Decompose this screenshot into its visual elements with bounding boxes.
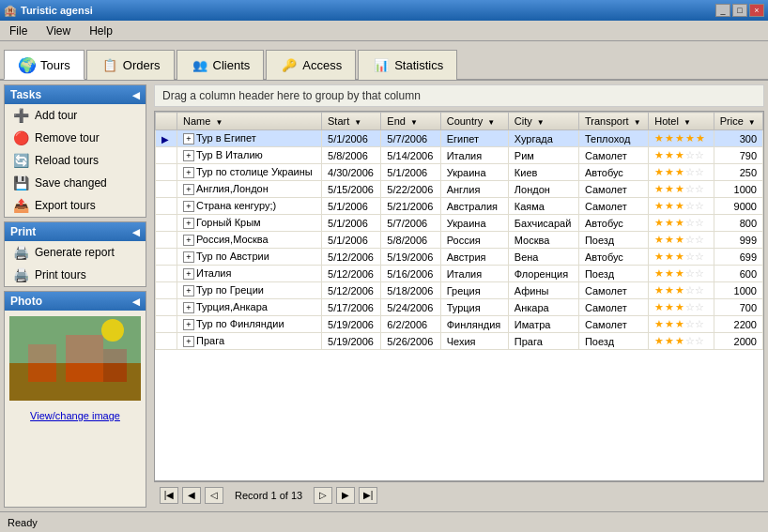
- table-row[interactable]: ▶ +Тур в Египет 5/1/2006 5/7/2006 Египет…: [156, 130, 763, 147]
- print-tours-item[interactable]: 🖨️ Print tours: [5, 264, 146, 286]
- row-expand-button[interactable]: +: [183, 184, 194, 195]
- row-name-cell: +Турция,Анкара: [177, 299, 322, 316]
- table-row[interactable]: +Тур по Финляндии 5/19/2006 6/2/2006 Фин…: [156, 316, 763, 333]
- table-row[interactable]: +Англия,Лондон 5/15/2006 5/22/2006 Англи…: [156, 181, 763, 198]
- row-name-cell: +Горный Крым: [177, 215, 322, 232]
- stars-empty: ☆☆: [685, 301, 704, 312]
- row-expand-button[interactable]: +: [183, 235, 194, 246]
- row-city-cell: Прага: [508, 333, 578, 350]
- row-expand-button[interactable]: +: [183, 201, 194, 212]
- view-change-image-link[interactable]: View/change image: [5, 406, 146, 425]
- row-expand-button[interactable]: +: [183, 336, 194, 347]
- col-start[interactable]: Start ▼: [322, 113, 381, 130]
- row-start-cell: 5/12/2006: [322, 282, 381, 299]
- close-button[interactable]: ×: [749, 4, 764, 17]
- row-end-cell: 5/24/2006: [381, 299, 440, 316]
- col-price[interactable]: Price ▼: [714, 113, 762, 130]
- row-expand-button[interactable]: +: [183, 133, 194, 144]
- nav-next2-button[interactable]: ▷: [314, 487, 332, 504]
- row-indicator-cell: ▶: [156, 130, 177, 147]
- add-tour-item[interactable]: ➕ Add tour: [5, 104, 146, 127]
- row-transport-cell: Самолет: [578, 181, 648, 198]
- generate-report-item[interactable]: 🖨️ Generate report: [5, 241, 146, 264]
- row-city-cell: Флоренция: [508, 266, 578, 282]
- data-table-container[interactable]: Name ▼ Start ▼ End ▼ Country: [154, 111, 764, 481]
- remove-tour-icon: 🔴: [12, 129, 29, 146]
- table-row[interactable]: +Тур по столице Украины 4/30/2006 5/1/20…: [156, 164, 763, 181]
- row-start-cell: 5/19/2006: [322, 316, 381, 333]
- nav-last-button[interactable]: ▶|: [359, 487, 377, 504]
- minimize-button[interactable]: _: [715, 4, 730, 17]
- export-tours-item[interactable]: 📤 Export tours: [5, 194, 146, 217]
- status-bar: Ready: [0, 511, 768, 532]
- table-row[interactable]: +Прага 5/19/2006 5/26/2006 Чехия Прага П…: [156, 333, 763, 350]
- tasks-header: Tasks ◀: [5, 85, 146, 104]
- window-controls[interactable]: _ □ ×: [715, 4, 764, 17]
- tab-clients[interactable]: 👥 Clients: [177, 50, 265, 80]
- reload-tours-item[interactable]: 🔄 Reload tours: [5, 149, 146, 172]
- row-expand-button[interactable]: +: [183, 167, 194, 178]
- save-changed-item[interactable]: 💾 Save changed: [5, 172, 146, 194]
- row-price-cell: 250: [714, 164, 762, 181]
- row-indicator-cell: [156, 164, 177, 181]
- table-row[interactable]: +Италия 5/12/2006 5/16/2006 Италия Флоре…: [156, 266, 763, 282]
- col-transport[interactable]: Transport ▼: [578, 113, 648, 130]
- row-hotel-cell: ★★★☆☆: [649, 181, 714, 198]
- photo-header: Photo ◀: [5, 292, 146, 311]
- tab-tours-label: Tours: [40, 58, 70, 72]
- row-country-cell: Финляндия: [440, 316, 508, 333]
- table-row[interactable]: +Тур В Италию 5/8/2006 5/14/2006 Италия …: [156, 147, 763, 164]
- row-country-cell: Италия: [440, 147, 508, 164]
- col-city[interactable]: City ▼: [508, 113, 578, 130]
- row-expand-button[interactable]: +: [183, 319, 194, 330]
- row-country-cell: Австралия: [440, 198, 508, 215]
- row-expand-button[interactable]: +: [183, 150, 194, 161]
- row-expand-button[interactable]: +: [183, 302, 194, 313]
- nav-prev2-button[interactable]: ◁: [205, 487, 223, 504]
- remove-tour-item[interactable]: 🔴 Remove tour: [5, 127, 146, 149]
- table-row[interactable]: +Россия,Москва 5/1/2006 5/8/2006 Россия …: [156, 232, 763, 249]
- row-end-cell: 5/18/2006: [381, 282, 440, 299]
- row-start-cell: 5/8/2006: [322, 147, 381, 164]
- row-name-cell: +Тур по Финляндии: [177, 316, 322, 333]
- nav-next-button[interactable]: ▶: [336, 487, 355, 504]
- col-hotel[interactable]: Hotel ▼: [649, 113, 714, 130]
- row-end-cell: 5/16/2006: [381, 266, 440, 282]
- row-expand-button[interactable]: +: [183, 218, 194, 229]
- row-country-cell: Украина: [440, 164, 508, 181]
- row-name-cell: +Тур по Греции: [177, 282, 322, 299]
- col-end[interactable]: End ▼: [381, 113, 440, 130]
- row-expand-button[interactable]: +: [183, 251, 194, 263]
- photo-section: Photo ◀ View/change image: [4, 291, 146, 508]
- table-row[interactable]: +Тур по Греции 5/12/2006 5/18/2006 Греци…: [156, 282, 763, 299]
- menu-help[interactable]: Help: [84, 23, 118, 39]
- table-row[interactable]: +Тур по Австрии 5/12/2006 5/19/2006 Авст…: [156, 249, 763, 266]
- stars-filled: ★★★: [654, 234, 685, 245]
- tab-statistics[interactable]: 📊 Statistics: [358, 50, 457, 80]
- row-name-cell: +Прага: [177, 333, 322, 350]
- main-area: Tasks ◀ ➕ Add tour 🔴 Remove tour 🔄 Reloa…: [0, 81, 768, 511]
- stars-empty: ☆☆: [685, 183, 704, 194]
- nav-prev-button[interactable]: ◀: [182, 487, 201, 504]
- row-country-cell: Турция: [440, 299, 508, 316]
- row-price-cell: 790: [714, 147, 762, 164]
- row-expand-button[interactable]: +: [183, 285, 194, 296]
- table-row[interactable]: +Турция,Анкара 5/17/2006 5/24/2006 Турци…: [156, 299, 763, 316]
- row-transport-cell: Самолет: [578, 299, 648, 316]
- maximize-button[interactable]: □: [732, 4, 747, 17]
- row-price-cell: 1000: [714, 282, 762, 299]
- table-row[interactable]: +Горный Крым 5/1/2006 5/7/2006 Украина Б…: [156, 215, 763, 232]
- col-country[interactable]: Country ▼: [440, 113, 508, 130]
- tab-orders[interactable]: 📋 Orders: [86, 50, 175, 80]
- menu-view[interactable]: View: [40, 23, 76, 39]
- row-expand-button[interactable]: +: [183, 268, 194, 280]
- row-hotel-cell: ★★★☆☆: [649, 232, 714, 249]
- stars-filled: ★★★: [654, 200, 685, 211]
- table-row[interactable]: +Страна кенгуру;) 5/1/2006 5/21/2006 Авс…: [156, 198, 763, 215]
- tab-tours[interactable]: 🌍 Tours: [4, 50, 84, 80]
- tab-access[interactable]: 🔑 Access: [266, 50, 356, 80]
- nav-first-button[interactable]: |◀: [160, 487, 178, 504]
- col-name[interactable]: Name ▼: [177, 113, 322, 130]
- row-indicator-cell: [156, 232, 177, 249]
- menu-file[interactable]: File: [4, 23, 33, 39]
